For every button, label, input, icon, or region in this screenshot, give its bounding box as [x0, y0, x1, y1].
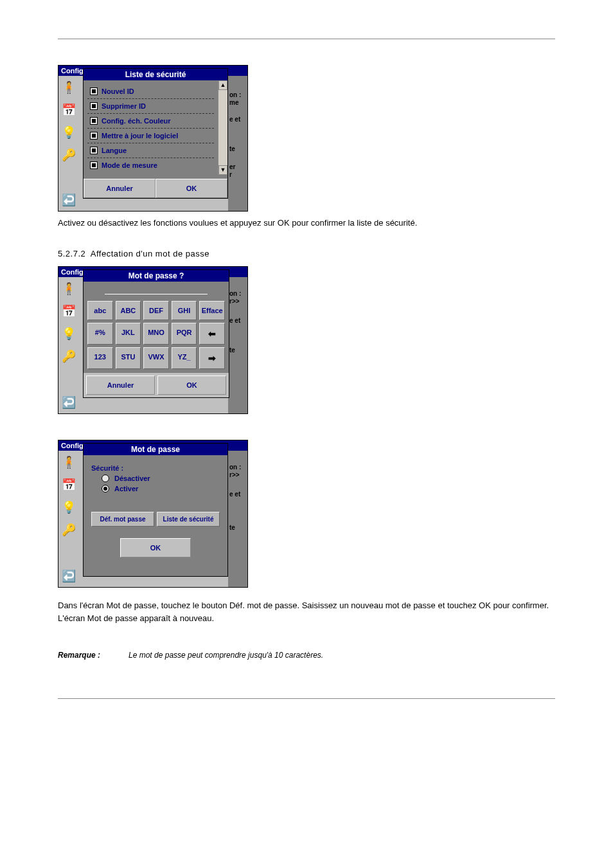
sidebar: 🧍 📅 💡 🔑 ↩️: [58, 76, 79, 211]
scroll-down-icon[interactable]: ▼: [218, 165, 227, 175]
screenshot-security-list: Configuration de l'instrument 🧍 📅 💡 🔑 ↩️…: [58, 65, 248, 212]
note-label: Remarque :: [58, 651, 129, 660]
note: Remarque : Le mot de passe peut comprend…: [58, 651, 555, 660]
security-list-button[interactable]: Liste de sécurité: [157, 512, 220, 527]
ok-button[interactable]: OK: [120, 538, 191, 557]
back-icon[interactable]: ↩️: [58, 188, 79, 211]
key-abc-lower[interactable]: abc: [87, 301, 113, 320]
password-config-dialog: Mot de passe Sécurité : Désactiver Activ…: [83, 443, 228, 577]
keypad: abc ABC DEF GHI Efface #% JKL MNO PQR ⬅ …: [84, 297, 229, 373]
checkbox-icon[interactable]: [90, 87, 98, 95]
security-list-dialog: Liste de sécurité ▲ ▼ Nouvel ID Supprime…: [83, 68, 228, 199]
key-def[interactable]: DEF: [143, 301, 169, 320]
list-item[interactable]: Mode de mesure: [87, 158, 214, 172]
key-forward-icon[interactable]: ➡: [199, 347, 225, 369]
dialog-title: Mot de passe ?: [84, 270, 229, 282]
checkbox-icon[interactable]: [90, 102, 98, 110]
key-yz[interactable]: YZ_: [172, 347, 197, 369]
background-strip: on : r>> e et te: [228, 277, 247, 413]
section-heading: 5.2.7.2 Affectation d'un mot de passe: [58, 249, 555, 258]
checkbox-icon[interactable]: [90, 117, 98, 125]
key-icon[interactable]: 🔑: [58, 345, 79, 367]
list-item[interactable]: Supprimer ID: [87, 99, 214, 114]
key-erase[interactable]: Efface: [199, 301, 225, 320]
security-label: Sécurité :: [91, 464, 220, 472]
checkbox-icon[interactable]: [90, 161, 98, 169]
cancel-button[interactable]: Annuler: [86, 375, 155, 395]
sidebar: 🧍 📅 💡 🔑 ↩️: [58, 277, 79, 413]
radio-icon[interactable]: [102, 475, 109, 482]
key-symbols[interactable]: #%: [87, 323, 113, 345]
back-icon[interactable]: ↩️: [58, 391, 79, 413]
background-strip: on : r>> e et te: [228, 451, 247, 587]
scroll-up-icon[interactable]: ▲: [218, 80, 227, 90]
scrollbar[interactable]: ▲ ▼: [218, 80, 227, 175]
cancel-button[interactable]: Annuler: [84, 179, 155, 198]
radio-disable[interactable]: Désactiver: [102, 475, 220, 482]
operator-icon[interactable]: 🧍: [58, 277, 79, 300]
key-123[interactable]: 123: [87, 347, 113, 369]
radio-icon[interactable]: [102, 485, 109, 493]
password-entry-dialog: Mot de passe ? abc ABC DEF GHI Efface #%…: [83, 269, 229, 398]
key-stu[interactable]: STU: [116, 347, 141, 369]
calendar-icon[interactable]: 📅: [58, 98, 79, 121]
list-item[interactable]: Config. éch. Couleur: [87, 114, 214, 129]
key-pqr[interactable]: PQR: [172, 323, 197, 345]
dialog-title: Mot de passe: [84, 444, 227, 455]
set-password-button[interactable]: Déf. mot passe: [91, 512, 154, 527]
screenshot-password-entry: Configuration de l'instrument 🧍 📅 💡 🔑 ↩️…: [58, 266, 248, 414]
section2-body: Dans l'écran Mot de passe, touchez le bo…: [58, 599, 555, 625]
key-abc-upper[interactable]: ABC: [116, 301, 141, 320]
checkbox-icon[interactable]: [90, 132, 98, 140]
back-icon[interactable]: ↩️: [58, 565, 79, 587]
radio-enable[interactable]: Activer: [102, 485, 220, 493]
key-icon[interactable]: 🔑: [58, 518, 79, 541]
key-jkl[interactable]: JKL: [116, 323, 141, 345]
calendar-icon[interactable]: 📅: [58, 473, 79, 496]
key-mno[interactable]: MNO: [143, 323, 169, 345]
key-ghi[interactable]: GHI: [172, 301, 197, 320]
lamp-icon[interactable]: 💡: [58, 496, 79, 518]
lamp-icon[interactable]: 💡: [58, 121, 79, 143]
screenshot-password-config: Configuration de l'instrument 🧍 📅 💡 🔑 ↩️…: [58, 440, 248, 588]
key-vwx[interactable]: VWX: [143, 347, 169, 369]
section1-body: Activez ou désactivez les fonctions voul…: [58, 217, 555, 230]
password-field[interactable]: [105, 285, 208, 294]
dialog-title: Liste de sécurité: [84, 69, 227, 80]
list-item[interactable]: Langue: [87, 143, 214, 158]
checkbox-icon[interactable]: [90, 147, 98, 154]
list-item[interactable]: Nouvel ID: [87, 84, 214, 99]
key-backspace-icon[interactable]: ⬅: [199, 323, 225, 345]
note-body: Le mot de passe peut comprendre jusqu'à …: [129, 651, 555, 660]
page-top-rule: [58, 39, 555, 39]
password-input-area[interactable]: [84, 282, 229, 297]
ok-button[interactable]: OK: [155, 179, 227, 198]
operator-icon[interactable]: 🧍: [58, 76, 79, 98]
list-item[interactable]: Mettre à jour le logiciel: [87, 129, 214, 143]
ok-button[interactable]: OK: [157, 375, 226, 395]
calendar-icon[interactable]: 📅: [58, 300, 79, 322]
lamp-icon[interactable]: 💡: [58, 322, 79, 345]
page-bottom-rule: [58, 698, 555, 699]
background-strip: on : me e et te er r: [228, 76, 247, 211]
sidebar: 🧍 📅 💡 🔑 ↩️: [58, 451, 79, 587]
key-icon[interactable]: 🔑: [58, 143, 79, 166]
operator-icon[interactable]: 🧍: [58, 451, 79, 473]
